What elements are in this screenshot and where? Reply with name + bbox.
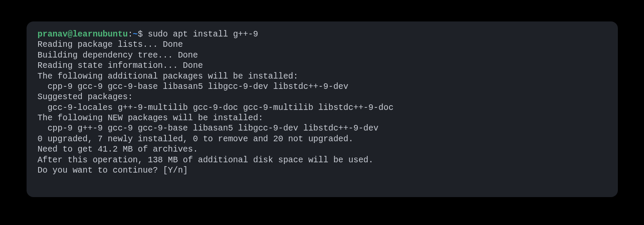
output-line: The following additional packages will b… (38, 71, 607, 82)
output-line: Reading state information... Done (38, 61, 607, 71)
prompt-path: ~ (133, 30, 138, 39)
prompt-symbol: $ (138, 30, 143, 39)
output-line: After this operation, 138 MB of addition… (38, 155, 607, 165)
output-line: Reading package lists... Done (38, 40, 607, 50)
output-line: Do you want to continue? [Y/n] (38, 165, 607, 176)
output-line: gcc-9-locales g++-9-multilib gcc-9-doc g… (38, 103, 607, 113)
prompt-line: pranav@learnubuntu:~$ sudo apt install g… (38, 29, 607, 40)
prompt-user-host: pranav@learnubuntu (38, 30, 128, 39)
output-line: 0 upgraded, 7 newly installed, 0 to remo… (38, 134, 607, 144)
output-line: Suggested packages: (38, 92, 607, 102)
output-line: Need to get 41.2 MB of archives. (38, 144, 607, 155)
output-line: cpp-9 gcc-9 gcc-9-base libasan5 libgcc-9… (38, 82, 607, 92)
output-line: The following NEW packages will be insta… (38, 113, 607, 123)
output-line: Building dependency tree... Done (38, 50, 607, 61)
prompt-separator: : (128, 30, 133, 39)
terminal-window[interactable]: pranav@learnubuntu:~$ sudo apt install g… (27, 21, 618, 197)
command-text: sudo apt install g++-9 (143, 30, 258, 39)
output-line: cpp-9 g++-9 gcc-9 gcc-9-base libasan5 li… (38, 123, 607, 134)
